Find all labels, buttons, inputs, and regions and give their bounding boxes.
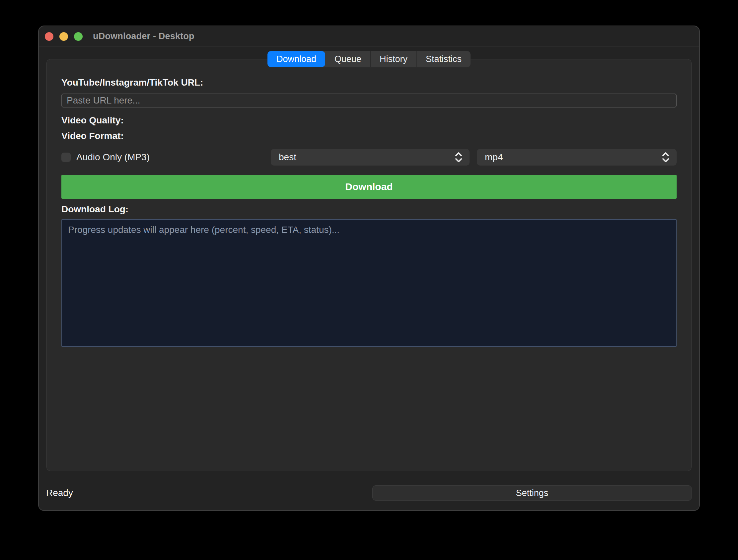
url-label: YouTube/Instagram/TikTok URL: [61,78,677,88]
tab-queue[interactable]: Queue [325,51,370,67]
download-log-label: Download Log: [61,204,677,214]
tab-bar: Download Queue History Statistics [268,51,470,67]
titlebar: uDownloader - Desktop [39,26,699,47]
video-format-label: Video Format: [61,131,677,141]
quality-dropdown-value: best [279,152,296,162]
url-input[interactable] [61,93,677,107]
zoom-button[interactable] [74,32,83,41]
settings-button[interactable]: Settings [372,485,692,501]
minimize-button[interactable] [59,32,68,41]
quality-dropdown[interactable]: best [271,149,469,165]
format-dropdown-value: mp4 [485,152,503,162]
download-log-textarea[interactable] [61,219,677,347]
updown-chevron-icon [661,151,670,164]
download-button[interactable]: Download [61,175,677,199]
download-tab-panel: YouTube/Instagram/TikTok URL: Video Qual… [46,59,692,471]
audio-only-check-group[interactable]: Audio Only (MP3) [61,152,150,162]
app-window: uDownloader - Desktop Download Queue His… [38,26,700,511]
video-quality-label: Video Quality: [61,115,677,125]
status-bar: Ready Settings [46,485,692,501]
format-dropdown[interactable]: mp4 [477,149,677,165]
tab-history[interactable]: History [370,51,416,67]
updown-chevron-icon [454,151,463,164]
close-button[interactable] [45,32,53,41]
status-text: Ready [46,488,73,498]
window-title: uDownloader - Desktop [93,31,195,41]
tab-statistics[interactable]: Statistics [416,51,470,67]
options-row: Audio Only (MP3) best mp4 [61,149,677,165]
tab-download[interactable]: Download [268,51,325,67]
audio-only-label: Audio Only (MP3) [76,152,150,162]
audio-only-checkbox[interactable] [61,153,71,162]
